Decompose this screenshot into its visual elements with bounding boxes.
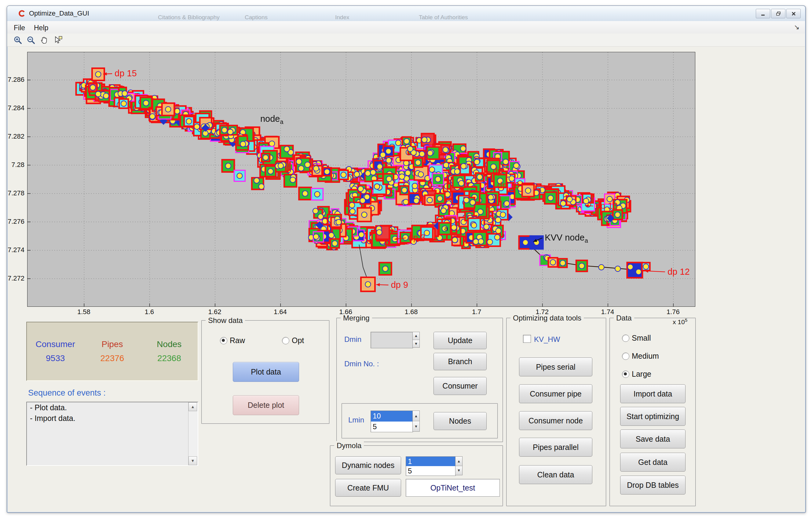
lmin-alt-value: 5 [371,422,413,432]
scroll-up-icon[interactable]: ▲ [188,402,197,411]
scroll-down-icon[interactable]: ▼ [188,456,197,465]
fmu-name-field[interactable]: OpTiNet_test [406,479,500,497]
pipes-label: Pipes [102,339,123,349]
radio-opt-label: Opt [292,336,304,345]
x-tick-label: 1.7 [463,308,490,316]
zoom-in-icon[interactable] [12,34,23,45]
window-title: Optimize_Data_GUI [29,9,89,18]
close-button[interactable] [786,9,801,18]
dock-arrow-icon[interactable]: ↘ [794,23,800,31]
y-tick-label: 7.282 [2,132,24,141]
lmin-spinner[interactable]: ▲▼ [412,410,420,432]
lmin-value: 10 [371,411,413,422]
kv-hw-checkbox[interactable] [523,335,531,343]
sequence-item[interactable]: - Import data. [27,413,198,424]
y-tick-label: 7.28 [2,161,24,169]
x-tick-label: 1.76 [659,308,687,316]
background-ribbon-label: Table of Authorities [419,14,468,21]
listbox-scrollbar[interactable]: ▲ ▼ [188,402,198,465]
nodes-label: Nodes [157,339,181,349]
x-tick-label: 1.68 [398,308,425,316]
plot-annotation: dp 9 [391,280,408,290]
button-import-data[interactable]: Import data [620,384,686,403]
button-get-data[interactable]: Get data [620,453,686,471]
data-cursor-icon[interactable] [53,34,64,45]
menu-help[interactable]: Help [31,23,51,33]
plot-annotation: dp 7 [493,166,510,176]
update-button[interactable]: Update [434,332,487,349]
consumer-label: Consumer [36,339,75,349]
x-tick-label: 1.74 [594,308,621,316]
delete-plot-button[interactable]: Delete plot [233,395,299,415]
dymola-title: Dymola [334,441,364,450]
create-fmu-button[interactable]: Create FMU [335,479,401,497]
plot-annotation: dp 12 [667,267,690,277]
lmin-input[interactable]: 10 5 [371,410,413,432]
branch-button[interactable]: Branch [434,353,487,370]
minimize-button[interactable] [756,9,770,18]
button-start-optimizing[interactable]: Start optimizing [620,407,686,426]
background-ribbon-label: Captions [245,14,268,21]
toolbar [7,34,805,47]
app-icon[interactable] [18,9,26,18]
zoom-out-icon[interactable] [25,34,36,45]
radio-medium[interactable] [622,353,629,360]
radio-raw-label: Raw [230,336,245,345]
y-tick-label: 7.286 [2,76,24,84]
radio-large[interactable] [622,371,629,378]
background-ribbon-label: Index [335,14,349,21]
button-drop-db-tables[interactable]: Drop DB tables [620,476,686,494]
plot-data-button[interactable]: Plot data [233,362,299,382]
y-tick-label: 7.278 [2,189,24,197]
dmin-no-label: Dmin No. : [344,360,379,368]
plot-annotation: dp 15 [115,68,137,79]
kv-hw-label: KV_HW [534,335,560,344]
lmin-label: Lmin [348,416,364,424]
x-tick-label: 1.64 [266,308,294,316]
button-consumer-node[interactable]: Consumer node [519,411,592,430]
pipes-value: 22376 [100,354,124,363]
nodes-button[interactable]: Nodes [434,412,487,430]
plot-annotation: nodea [260,114,284,125]
plot-canvas[interactable] [28,52,695,306]
button-consumer-pipe[interactable]: Consumer pipe [519,384,592,403]
dymola-alt-value: 5 [406,466,456,476]
x-tick-label: 1.72 [528,308,556,316]
radio-small[interactable] [622,335,629,342]
radio-label-large: Large [632,370,651,378]
dymola-panel: Dymola [330,445,503,507]
radio-label-small: Small [632,334,651,342]
sequence-item[interactable]: - Plot data. [27,402,198,413]
sequence-listbox[interactable]: - Plot data.- Import data. ▲ ▼ [26,402,198,466]
dmin-input[interactable] [371,332,413,348]
titlebar: Optimize_Data_GUI Citations & Bibliograp… [7,6,805,21]
background-ribbon-label: Citations & Bibliography [158,14,220,21]
pan-hand-icon[interactable] [38,34,50,45]
x-tick-label: 1.6 [136,308,163,316]
show-data-title: Show data [206,316,245,325]
y-tick-label: 7.274 [2,246,24,254]
dymola-spinner[interactable]: ▲▼ [455,456,463,475]
consumer-value: 9533 [46,354,65,363]
button-clean-data[interactable]: Clean data [519,465,592,484]
radio-raw[interactable] [220,337,227,344]
consumer-button[interactable]: Consumer [434,377,487,395]
menu-file[interactable]: File [11,23,28,33]
plot-annotation: dp 3 [408,233,425,243]
plot-area: dp 15nodeadp 7dp 10dp 13dp 3dp 9dp 12KVV… [27,52,695,307]
radio-opt[interactable] [282,337,289,344]
button-pipes-serial[interactable]: Pipes serial [519,358,592,376]
y-tick-label: 7.272 [2,274,24,282]
dymola-value: 1 [406,457,456,466]
dynamic-nodes-button[interactable]: Dynamic nodes [335,456,401,474]
restore-button[interactable] [771,9,785,18]
dymola-input[interactable]: 1 5 [406,456,456,476]
dmin-spinner[interactable]: ▲▼ [412,332,420,348]
button-save-data[interactable]: Save data [620,429,686,448]
plot-annotation: KVV nodea [545,233,588,244]
plot-annotation: dp 10 [497,180,520,190]
stats-frame: Consumer9533 Pipes22376 Nodes22368 [26,322,198,381]
x-tick-label: 1.62 [201,308,229,316]
plot-annotation: a [444,225,448,232]
button-pipes-parallel[interactable]: Pipes parallel [519,438,592,457]
